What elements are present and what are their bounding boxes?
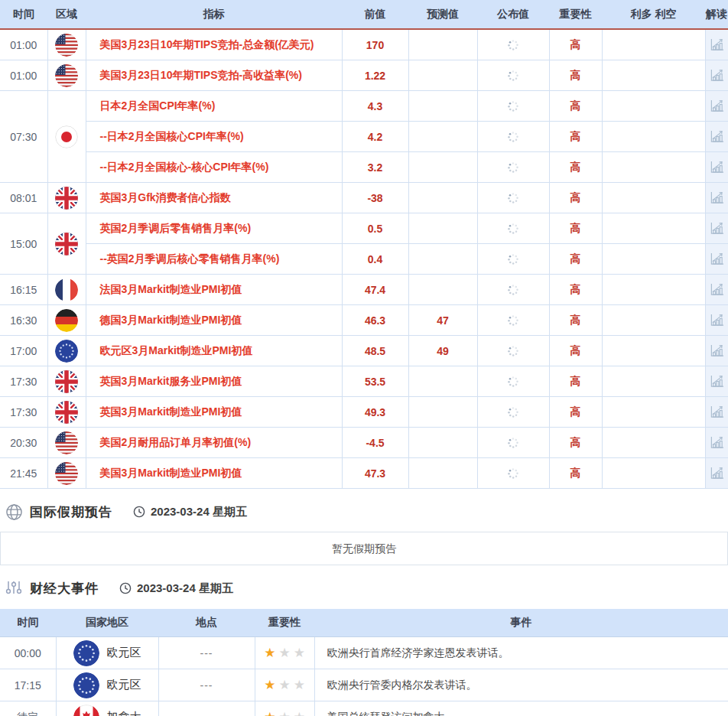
interpretation-cell[interactable] — [705, 244, 728, 275]
chart-icon[interactable] — [709, 221, 725, 236]
chart-icon[interactable] — [709, 466, 725, 480]
indicator-label[interactable]: 欧元区3月Markit制造业PMI初值 — [86, 336, 342, 366]
table-row: 17:15欧元区---★★★欧洲央行管委内格尔发表讲话。 — [0, 669, 728, 701]
bullish-bearish-cell — [602, 428, 705, 458]
column-header: 国家地区 — [56, 609, 158, 637]
loading-spinner-icon — [507, 406, 519, 418]
loading-spinner-icon — [507, 284, 519, 296]
prev-value: 4.3 — [342, 91, 408, 122]
column-header: 区域 — [47, 0, 86, 29]
event-text: 美国总统拜登访问加拿大。 — [314, 701, 728, 716]
forecast-value — [408, 213, 477, 244]
chart-icon[interactable] — [709, 282, 725, 297]
interpretation-cell[interactable] — [705, 60, 728, 91]
time-cell: 17:00 — [0, 336, 47, 366]
interpretation-cell[interactable] — [705, 29, 728, 60]
chart-icon[interactable] — [709, 160, 725, 174]
interpretation-cell[interactable] — [705, 397, 728, 428]
indicator-label[interactable]: 美国3月23日10年期TIPS竞拍-高收益率(%) — [86, 60, 342, 91]
indicator-label[interactable]: 美国3月23日10年期TIPS竞拍-总金额(亿美元) — [86, 29, 342, 60]
country-cell: 欧元区 — [56, 637, 158, 669]
region-cell — [47, 397, 86, 428]
chart-icon[interactable] — [709, 405, 725, 419]
published-value-cell — [477, 91, 549, 122]
importance-stars: ★★★ — [255, 669, 314, 701]
loading-spinner-icon — [507, 192, 519, 204]
importance-badge: 高 — [549, 458, 602, 489]
importance-badge: 高 — [549, 397, 602, 428]
star-icon: ★ — [264, 678, 275, 692]
forecast-value — [408, 122, 477, 152]
chart-icon[interactable] — [709, 37, 725, 52]
interpretation-cell[interactable] — [705, 428, 728, 458]
interpretation-cell[interactable] — [705, 122, 728, 152]
interpretation-cell[interactable] — [705, 336, 728, 366]
calendar-header-row: 时间区域指标前值预测值公布值重要性利多 利空解读 — [0, 0, 728, 29]
loading-spinner-icon — [507, 161, 519, 174]
time-cell: 待定 — [0, 701, 56, 716]
country-cell: 加拿大 — [56, 701, 158, 716]
interpretation-cell[interactable] — [705, 213, 728, 244]
economic-calendar-page: { "calendar": { "columns": ["时间", "区域", … — [0, 0, 728, 716]
chart-icon[interactable] — [709, 313, 725, 327]
interpretation-cell[interactable] — [705, 275, 728, 305]
chart-icon[interactable] — [709, 68, 725, 83]
interpretation-cell[interactable] — [705, 183, 728, 213]
time-cell: 01:00 — [0, 60, 47, 91]
holiday-section-header: 国际假期预告 2023-03-24 星期五 — [5, 499, 728, 525]
region-cell — [47, 458, 86, 489]
us-flag-icon — [55, 431, 78, 454]
chart-icon[interactable] — [709, 374, 725, 389]
chart-icon[interactable] — [709, 190, 725, 205]
chart-icon[interactable] — [709, 99, 725, 113]
indicator-label[interactable]: 德国3月Markit制造业PMI初值 — [86, 305, 342, 336]
chart-icon[interactable] — [709, 129, 725, 144]
events-section-title: 财经大事件 — [30, 580, 99, 597]
chart-icon[interactable] — [709, 252, 725, 266]
indicator-label[interactable]: 美国3月Markit制造业PMI初值 — [86, 458, 342, 489]
interpretation-cell[interactable] — [705, 458, 728, 489]
column-header: 利多 利空 — [602, 0, 705, 29]
bullish-bearish-cell — [602, 366, 705, 397]
forecast-value: 47 — [408, 305, 477, 336]
column-header: 重要性 — [549, 0, 602, 29]
prev-value: 49.3 — [342, 397, 408, 428]
interpretation-cell[interactable] — [705, 305, 728, 336]
interpretation-cell[interactable] — [705, 366, 728, 397]
region-cell — [47, 275, 86, 305]
globe-icon — [5, 503, 23, 521]
column-header: 公布值 — [477, 0, 549, 29]
bullish-bearish-cell — [602, 213, 705, 244]
indicator-label[interactable]: 日本2月全国CPI年率(%) — [86, 91, 342, 122]
indicator-label[interactable]: --日本2月全国核心-核心CPI年率(%) — [86, 152, 342, 183]
published-value-cell — [477, 60, 549, 91]
table-row: 17:30 英国3月Markit制造业PMI初值49.3高 — [0, 397, 728, 428]
interpretation-cell[interactable] — [705, 152, 728, 183]
indicator-label[interactable]: 英国3月Markit制造业PMI初值 — [86, 397, 342, 428]
events-table-head: 时间国家地区地点重要性事件 — [0, 609, 728, 637]
indicator-label[interactable]: 美国2月耐用品订单月率初值(%) — [86, 428, 342, 458]
published-value-cell — [477, 213, 549, 244]
loading-spinner-icon — [507, 253, 519, 265]
chart-icon[interactable] — [709, 343, 725, 358]
eu-flag-icon — [73, 672, 99, 698]
table-row: 20:30美国2月耐用品订单月率初值(%)-4.5高 — [0, 428, 728, 458]
bullish-bearish-cell — [602, 458, 705, 489]
events-header-row: 时间国家地区地点重要性事件 — [0, 609, 728, 637]
loading-spinner-icon — [507, 467, 519, 480]
indicator-label[interactable]: 法国3月Markit制造业PMI初值 — [86, 275, 342, 305]
interpretation-cell[interactable] — [705, 91, 728, 122]
country-label: 欧元区 — [107, 646, 141, 660]
importance-badge: 高 — [549, 336, 602, 366]
location-cell: --- — [158, 669, 255, 701]
time-cell: 21:45 — [0, 458, 47, 489]
column-header: 地点 — [158, 609, 255, 637]
indicator-label[interactable]: --日本2月全国核心CPI年率(%) — [86, 122, 342, 152]
indicator-label[interactable]: 英国2月季调后零售销售月率(%) — [86, 213, 342, 244]
published-value-cell — [477, 275, 549, 305]
indicator-label[interactable]: 英国3月Markit服务业PMI初值 — [86, 366, 342, 397]
column-header: 预测值 — [408, 0, 477, 29]
chart-icon[interactable] — [709, 435, 725, 450]
indicator-label[interactable]: --英国2月季调后核心零售销售月率(%) — [86, 244, 342, 275]
indicator-label[interactable]: 英国3月Gfk消费者信心指数 — [86, 183, 342, 213]
